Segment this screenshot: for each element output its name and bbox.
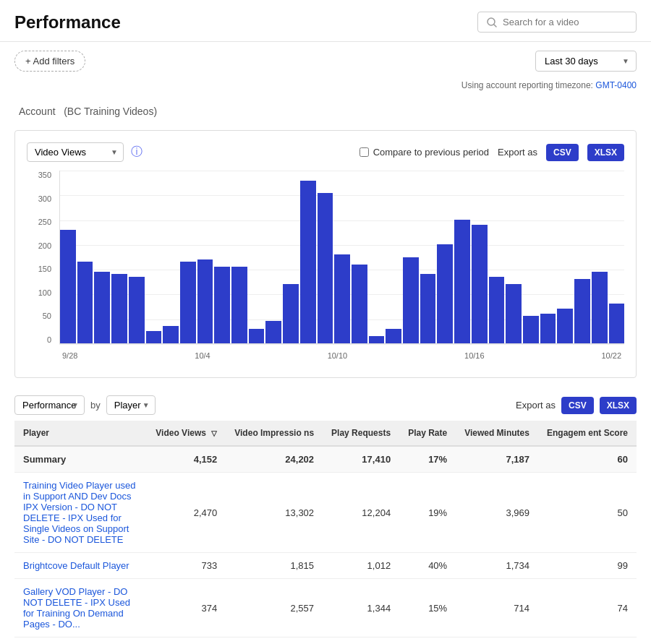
chart-xlsx-button[interactable]: XLSX bbox=[587, 144, 624, 161]
viewed-minutes: 3,969 bbox=[456, 473, 538, 553]
play-requests: 1,012 bbox=[323, 553, 399, 579]
player-link[interactable]: Training Video Player used in Support AN… bbox=[23, 480, 135, 545]
info-icon[interactable]: ⓘ bbox=[131, 145, 142, 160]
bar[interactable] bbox=[403, 257, 419, 344]
bars-container bbox=[59, 171, 624, 344]
bar[interactable] bbox=[111, 274, 127, 343]
bar[interactable] bbox=[574, 279, 590, 343]
summary-engagement-score: 60 bbox=[538, 446, 637, 473]
summary-video-impressions: 24,202 bbox=[226, 446, 323, 473]
col-engagement-score: Engagem ent Score bbox=[538, 421, 637, 446]
bar[interactable] bbox=[386, 329, 401, 343]
timezone-text: Using account reporting timezone: bbox=[461, 80, 593, 90]
bar[interactable] bbox=[197, 259, 213, 343]
bar[interactable] bbox=[523, 316, 539, 343]
bar[interactable] bbox=[265, 321, 281, 343]
bar[interactable] bbox=[506, 284, 522, 343]
group-by-wrapper: Player Video Device Country bbox=[106, 395, 156, 415]
table-row: Brightcove Default Player 733 1,815 1,01… bbox=[14, 553, 637, 579]
bar[interactable] bbox=[334, 254, 350, 343]
engagement-score: 74 bbox=[538, 579, 637, 637]
account-section: Account (BC Training Videos) bbox=[0, 96, 651, 130]
bar[interactable] bbox=[94, 272, 110, 343]
bar[interactable] bbox=[592, 272, 608, 343]
page-title: Performance bbox=[14, 12, 121, 33]
performance-controls: Performance Engagement Reach by Player V… bbox=[14, 390, 637, 421]
table-row: Training Video Player used in Support AN… bbox=[14, 473, 637, 553]
col-video-impressions: Video Impressio ns bbox=[226, 421, 323, 446]
play-requests: 12,204 bbox=[323, 473, 399, 553]
bar[interactable] bbox=[609, 304, 625, 343]
performance-table: Player Video Views ▽ Video Impressio ns … bbox=[14, 421, 637, 637]
table-csv-button[interactable]: CSV bbox=[561, 397, 594, 414]
date-range-select[interactable]: Last 30 days Last 7 days Last 90 days Cu… bbox=[535, 51, 637, 72]
table-row: Gallery VOD Player - DO NOT DELETE - IPX… bbox=[14, 579, 637, 637]
bar[interactable] bbox=[60, 230, 76, 343]
bar[interactable] bbox=[300, 181, 316, 343]
bar[interactable] bbox=[557, 309, 573, 343]
bar[interactable] bbox=[77, 262, 93, 343]
video-impressions: 13,302 bbox=[226, 473, 323, 553]
filters-bar: + Add filters Last 30 days Last 7 days L… bbox=[0, 42, 651, 80]
play-rate: 19% bbox=[399, 473, 456, 553]
svg-line-1 bbox=[494, 25, 496, 27]
compare-checkbox[interactable] bbox=[359, 147, 369, 157]
table-header-row: Player Video Views ▽ Video Impressio ns … bbox=[14, 421, 637, 446]
summary-play-rate: 17% bbox=[399, 446, 456, 473]
bar[interactable] bbox=[318, 193, 333, 343]
play-rate: 40% bbox=[399, 553, 456, 579]
bar[interactable] bbox=[129, 277, 145, 343]
video-impressions: 1,815 bbox=[226, 553, 323, 579]
player-name: Brightcove Default Player bbox=[14, 553, 147, 579]
performance-type-select[interactable]: Performance Engagement Reach bbox=[14, 395, 85, 415]
player-link[interactable]: Gallery VOD Player - DO NOT DELETE - IPX… bbox=[23, 586, 130, 630]
bar[interactable] bbox=[472, 225, 488, 343]
video-impressions: 2,557 bbox=[226, 579, 323, 637]
bar[interactable] bbox=[214, 267, 230, 343]
bar[interactable] bbox=[180, 262, 196, 343]
metric-select[interactable]: Video Views Video Impressions Play Reque… bbox=[27, 142, 124, 162]
search-box[interactable] bbox=[477, 12, 637, 33]
player-name: Training Video Player used in Support AN… bbox=[14, 473, 147, 553]
performance-section: Performance Engagement Reach by Player V… bbox=[14, 390, 637, 637]
timezone-bar: Using account reporting timezone: GMT-04… bbox=[0, 80, 651, 96]
chart-controls: Video Views Video Impressions Play Reque… bbox=[27, 142, 624, 162]
date-range-wrapper: Last 30 days Last 7 days Last 90 days Cu… bbox=[535, 51, 637, 72]
bar[interactable] bbox=[352, 265, 367, 343]
col-play-requests: Play Requests bbox=[323, 421, 399, 446]
perf-controls-right: Export as CSV XLSX bbox=[516, 397, 637, 414]
bar[interactable] bbox=[540, 314, 556, 343]
bar[interactable] bbox=[249, 329, 265, 343]
video-views: 733 bbox=[147, 553, 226, 579]
bar[interactable] bbox=[489, 277, 505, 343]
perf-controls-left: Performance Engagement Reach by Player V… bbox=[14, 395, 156, 415]
search-input[interactable] bbox=[503, 17, 627, 27]
table-xlsx-button[interactable]: XLSX bbox=[600, 397, 637, 414]
engagement-score: 50 bbox=[538, 473, 637, 553]
bar[interactable] bbox=[420, 274, 436, 343]
bar[interactable] bbox=[283, 284, 299, 343]
col-video-views[interactable]: Video Views ▽ bbox=[147, 421, 226, 446]
play-rate: 15% bbox=[399, 579, 456, 637]
video-views: 374 bbox=[147, 579, 226, 637]
bar[interactable] bbox=[163, 326, 179, 343]
bar[interactable] bbox=[437, 244, 453, 343]
summary-label: Summary bbox=[14, 446, 147, 473]
player-link[interactable]: Brightcove Default Player bbox=[23, 560, 129, 571]
chart-csv-button[interactable]: CSV bbox=[546, 144, 579, 161]
add-filters-button[interactable]: + Add filters bbox=[14, 51, 85, 72]
by-label: by bbox=[90, 400, 101, 411]
timezone-link[interactable]: GMT-0400 bbox=[595, 80, 637, 90]
chart-card: Video Views Video Impressions Play Reque… bbox=[14, 130, 637, 378]
bar[interactable] bbox=[454, 220, 470, 343]
col-player: Player bbox=[14, 421, 147, 446]
viewed-minutes: 1,734 bbox=[456, 553, 538, 579]
summary-video-views: 4,152 bbox=[147, 446, 226, 473]
compare-checkbox-label[interactable]: Compare to previous period bbox=[359, 147, 489, 158]
bar[interactable] bbox=[146, 331, 162, 343]
col-viewed-minutes: Viewed Minutes bbox=[456, 421, 538, 446]
bar[interactable] bbox=[369, 336, 385, 343]
bar[interactable] bbox=[231, 267, 247, 343]
group-by-select[interactable]: Player Video Device Country bbox=[106, 395, 156, 415]
export-label: Export as bbox=[498, 147, 537, 158]
